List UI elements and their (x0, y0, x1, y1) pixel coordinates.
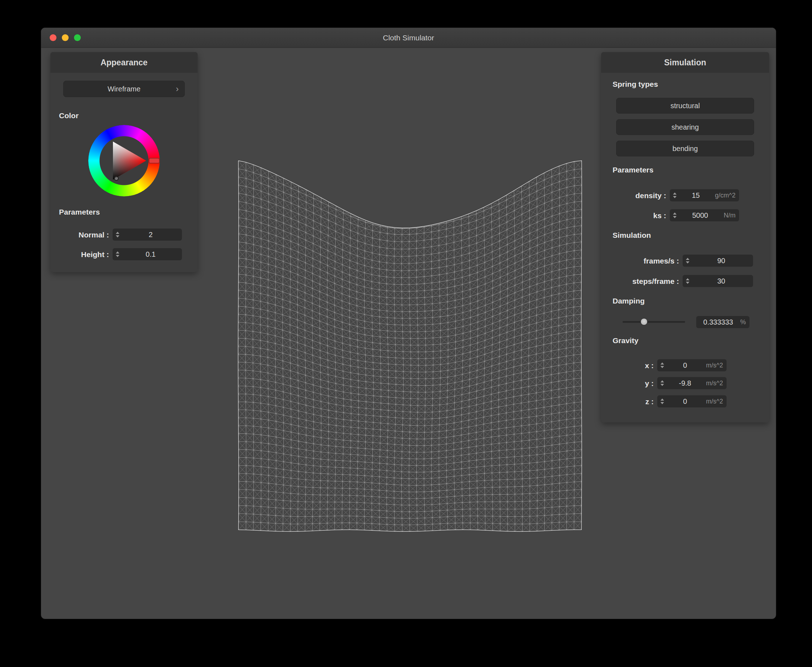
color-label: Color (59, 111, 79, 120)
stepper-up-icon[interactable] (673, 212, 677, 215)
appearance-parameters-label: Parameters (59, 208, 100, 216)
stepper-icon[interactable] (661, 380, 664, 386)
spring-types-label: Spring types (612, 80, 658, 88)
normal-label: Normal : (50, 231, 109, 239)
damping-field[interactable]: 0.333333 % (696, 316, 749, 328)
stepper-down-icon[interactable] (686, 261, 689, 264)
ks-label: ks : (601, 211, 666, 220)
stepper-down-icon[interactable] (116, 235, 119, 237)
density-field[interactable]: 15 g/cm^2 (670, 189, 739, 201)
density-unit: g/cm^2 (715, 192, 735, 199)
gravity-y-value[interactable]: -9.8 (664, 379, 706, 387)
appearance-panel-title: Appearance (50, 52, 198, 73)
damping-unit: % (740, 319, 746, 326)
height-label: Height : (50, 250, 109, 259)
stepper-down-icon[interactable] (673, 196, 677, 198)
gravity-y-unit: m/s^2 (706, 380, 723, 387)
stepper-down-icon[interactable] (661, 384, 664, 386)
traffic-lights (50, 28, 81, 48)
stepper-up-icon[interactable] (686, 278, 689, 280)
spf-value[interactable]: 30 (689, 277, 753, 285)
normal-value[interactable]: 2 (119, 231, 182, 239)
hue-marker-handle[interactable] (149, 158, 160, 164)
stepper-icon[interactable] (116, 232, 119, 237)
stepper-icon[interactable] (686, 278, 689, 284)
height-field[interactable]: 0.1 (113, 248, 182, 260)
sim-parameters-label: Parameters (612, 166, 653, 174)
spring-bending-button[interactable]: bending (616, 141, 754, 156)
gravity-z-field[interactable]: 0 m/s^2 (657, 395, 727, 407)
stepper-up-icon[interactable] (686, 258, 689, 260)
stepper-up-icon[interactable] (661, 380, 664, 382)
stepper-down-icon[interactable] (673, 216, 677, 218)
stepper-up-icon[interactable] (661, 362, 664, 365)
shading-mode-label: Wireframe (108, 85, 140, 93)
simulation-panel: Simulation Spring types structural shear… (601, 52, 769, 422)
app-window: Cloth Simulator Appearance Wireframe › C… (41, 28, 776, 619)
shading-mode-dropdown[interactable]: Wireframe › (63, 81, 185, 97)
spf-label: steps/frame : (601, 277, 679, 285)
density-value[interactable]: 15 (677, 191, 715, 199)
stepper-up-icon[interactable] (673, 192, 677, 194)
simulation-panel-title: Simulation (601, 52, 769, 73)
gravity-y-field[interactable]: -9.8 m/s^2 (657, 377, 727, 389)
stepper-up-icon[interactable] (661, 398, 664, 401)
gravity-z-label: z : (601, 397, 654, 406)
color-wheel[interactable] (88, 125, 160, 196)
stepper-icon[interactable] (673, 212, 677, 218)
stepper-icon[interactable] (661, 362, 664, 368)
ks-field[interactable]: 5000 N/m (670, 209, 739, 221)
gravity-z-value[interactable]: 0 (664, 397, 706, 406)
ks-unit: N/m (724, 212, 735, 219)
close-button[interactable] (50, 34, 57, 41)
stepper-icon[interactable] (116, 251, 119, 257)
damping-slider-thumb[interactable] (641, 318, 647, 325)
stepper-down-icon[interactable] (686, 282, 689, 284)
sim-simulation-label: Simulation (612, 231, 651, 240)
damping-value[interactable]: 0.333333 (696, 318, 740, 326)
stepper-icon[interactable] (686, 258, 689, 264)
stepper-up-icon[interactable] (116, 232, 119, 234)
spring-shearing-button[interactable]: shearing (616, 119, 754, 135)
fps-value[interactable]: 90 (689, 257, 753, 265)
title-bar[interactable]: Cloth Simulator (41, 28, 776, 48)
gravity-label: Gravity (612, 336, 638, 345)
stepper-down-icon[interactable] (661, 402, 664, 404)
appearance-panel: Appearance Wireframe › Color Parameters … (50, 52, 198, 272)
spring-structural-button[interactable]: structural (616, 98, 754, 114)
zoom-button[interactable] (74, 34, 81, 41)
spf-field[interactable]: 30 (682, 275, 753, 287)
fps-label: frames/s : (601, 257, 679, 265)
normal-field[interactable]: 2 (113, 229, 182, 241)
stepper-up-icon[interactable] (116, 251, 119, 254)
gravity-x-value[interactable]: 0 (664, 361, 706, 370)
window-title: Cloth Simulator (383, 33, 434, 42)
sv-marker-handle[interactable] (114, 176, 119, 181)
gravity-x-label: x : (601, 361, 654, 370)
damping-label: Damping (612, 297, 645, 305)
stepper-down-icon[interactable] (116, 255, 119, 257)
gravity-y-label: y : (601, 379, 654, 388)
gravity-x-unit: m/s^2 (706, 362, 723, 369)
stepper-icon[interactable] (661, 398, 664, 404)
ks-value[interactable]: 5000 (677, 211, 724, 220)
height-value[interactable]: 0.1 (119, 250, 182, 259)
fps-field[interactable]: 90 (682, 255, 753, 267)
gravity-z-unit: m/s^2 (706, 398, 723, 405)
minimize-button[interactable] (62, 34, 68, 41)
density-label: density : (601, 191, 666, 200)
chevron-right-icon: › (176, 85, 179, 93)
damping-slider[interactable] (622, 321, 685, 323)
gravity-x-field[interactable]: 0 m/s^2 (657, 359, 727, 372)
stepper-icon[interactable] (673, 192, 677, 198)
stepper-down-icon[interactable] (661, 366, 664, 368)
cloth-viewport[interactable] (238, 159, 582, 532)
